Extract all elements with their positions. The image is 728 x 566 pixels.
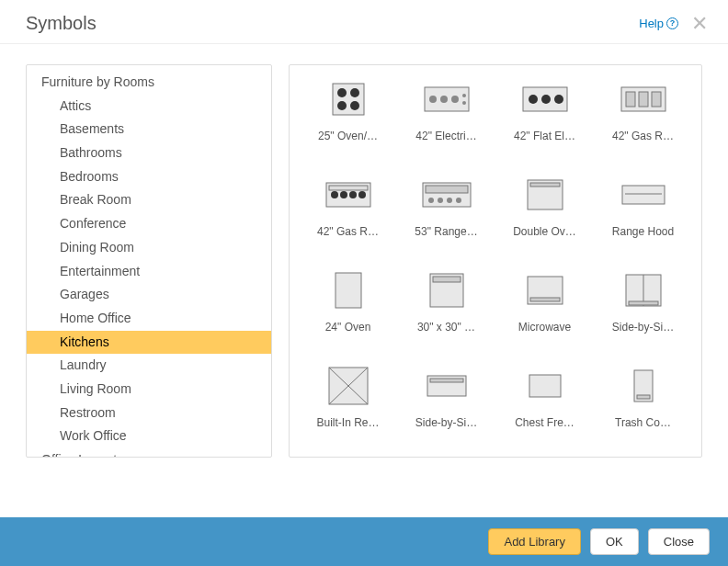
symbol-label: Side-by-Si… [612,321,674,334]
category-item[interactable]: Conference [27,212,271,236]
svg-rect-33 [622,186,665,204]
side-by-side-2-icon [422,365,472,407]
svg-rect-32 [530,183,560,187]
svg-rect-17 [639,92,648,107]
symbol-item[interactable]: Trash Co… [594,365,692,457]
close-icon[interactable]: ✕ [691,14,708,34]
svg-rect-35 [336,273,361,308]
symbol-item[interactable]: 30" x 30" … [397,269,495,361]
category-item[interactable]: Restroom [27,402,271,425]
svg-point-22 [349,191,357,198]
symbol-item[interactable]: 42" Electri… [397,78,495,170]
oven-4burner-icon [324,78,373,120]
svg-rect-47 [430,379,463,382]
symbol-label: Double Ov… [513,225,576,238]
symbol-label: Built-In Re… [316,416,379,429]
category-item[interactable]: Living Room [27,378,271,402]
symbol-item[interactable]: 42" Gas R… [594,78,692,170]
svg-point-30 [456,198,461,203]
svg-rect-16 [626,92,635,107]
svg-rect-48 [529,375,561,397]
svg-point-14 [554,95,563,104]
category-item[interactable]: Basements [27,118,271,142]
range-electric-icon [422,78,472,120]
svg-point-27 [428,198,434,203]
symbol-label: 42" Gas R… [612,130,674,142]
help-label: Help [639,17,664,30]
box-30-icon [422,269,472,311]
category-item[interactable]: Work Office [27,424,271,448]
svg-point-21 [340,191,347,198]
svg-point-4 [350,101,359,110]
range-hood-icon [619,174,668,216]
svg-rect-18 [652,92,661,107]
symbol-panel[interactable]: 25" Oven/…42" Electri…42" Flat El…42" Ga… [289,64,702,458]
symbol-label: Range Hood [612,225,674,238]
svg-rect-24 [329,186,368,190]
help-icon: ? [666,17,678,29]
side-by-side-icon [619,269,668,311]
category-item[interactable]: Kitchens [27,331,271,355]
symbol-label: 24" Oven [325,321,371,334]
dialog-body: Furniture by RoomsAtticsBasementsBathroo… [0,44,728,476]
symbol-label: 53" Range… [415,225,477,238]
dialog-footer: Add Library OK Close [0,517,728,566]
svg-rect-0 [333,84,364,115]
symbol-item[interactable]: Side-by-Si… [594,269,692,361]
add-library-button[interactable]: Add Library [488,528,580,555]
symbol-item[interactable]: Microwave [495,269,594,361]
symbol-item[interactable]: Side-by-Si… [397,365,495,457]
symbol-item[interactable]: Range Hood [594,174,692,266]
microwave-icon [520,269,570,311]
chest-freezer-icon [520,365,570,407]
range-gas-2-icon [324,174,373,216]
dialog-header: Symbols Help ? ✕ [0,0,728,44]
category-item[interactable]: Home Office [27,307,271,331]
category-item[interactable]: Furniture by Rooms [27,71,271,95]
svg-point-7 [440,96,448,103]
symbol-item[interactable]: 25" Oven/… [299,78,397,170]
svg-point-28 [438,198,443,203]
range-gas-icon [619,78,668,120]
svg-point-6 [429,96,437,103]
category-item[interactable]: Attics [27,95,271,119]
category-panel[interactable]: Furniture by RoomsAtticsBasementsBathroo… [26,64,272,458]
svg-point-3 [337,101,347,110]
symbol-item[interactable]: Double Ov… [495,174,594,266]
svg-point-8 [451,96,459,103]
symbol-label: 42" Flat El… [514,130,575,142]
svg-point-23 [358,191,366,198]
trash-compactor-icon [619,365,668,407]
symbol-item[interactable]: 42" Gas R… [299,174,397,266]
symbol-item[interactable]: 42" Flat El… [495,78,594,170]
category-item[interactable]: Office Layout [27,448,271,458]
category-item[interactable]: Garages [27,283,271,307]
symbol-item[interactable]: Built-In Re… [299,365,397,457]
symbol-label: 42" Electri… [415,130,476,142]
built-in-ref-icon [324,365,373,407]
range-53-icon [422,174,472,216]
symbol-item[interactable]: Chest Fre… [495,365,594,457]
category-item[interactable]: Laundry [27,354,271,378]
svg-rect-39 [530,298,560,301]
symbol-label: Microwave [518,321,571,334]
category-item[interactable]: Entertainment [27,260,271,284]
svg-point-13 [541,95,551,104]
svg-point-20 [331,191,338,198]
symbol-item[interactable]: 53" Range… [397,174,495,266]
symbol-item[interactable]: 24" Oven [299,269,397,361]
svg-rect-26 [426,186,468,193]
close-button[interactable]: Close [648,528,710,555]
help-link[interactable]: Help ? [639,17,678,30]
svg-point-9 [462,94,466,97]
category-item[interactable]: Bedrooms [27,165,271,189]
category-item[interactable]: Bathrooms [27,142,271,165]
ok-button[interactable]: OK [590,528,639,555]
symbol-label: 25" Oven/… [318,130,378,142]
symbol-label: Trash Co… [615,416,671,429]
category-item[interactable]: Dining Room [27,236,271,260]
dialog-title: Symbols [26,13,97,34]
category-item[interactable]: Break Room [27,188,271,212]
range-flat-icon [520,78,570,120]
svg-rect-37 [433,277,461,282]
